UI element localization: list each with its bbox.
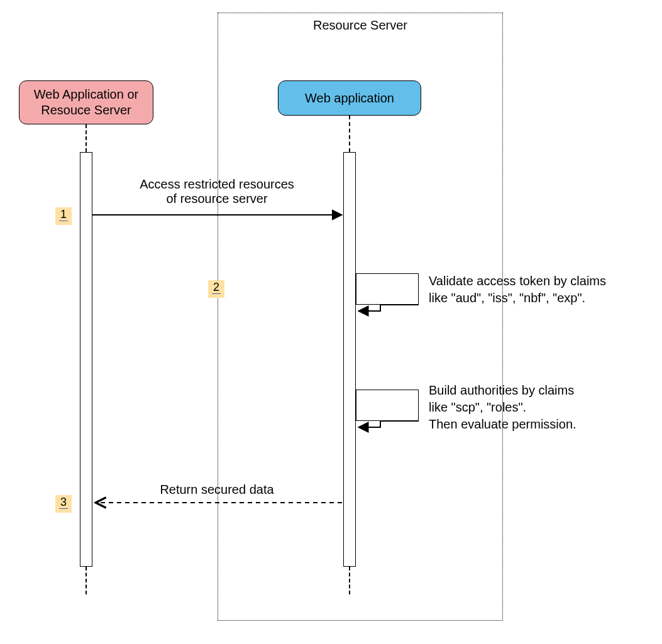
lifeline-server-bottom [349, 567, 350, 594]
actor-client-label: Web Application or Resouce Server [34, 87, 138, 118]
self-box-authorize [356, 390, 419, 421]
lifeline-server-top [349, 116, 350, 152]
step-badge-1: 1 [55, 207, 72, 225]
msg-1-label: Access restricted resources of resource … [94, 177, 339, 206]
lifeline-client-bottom [86, 567, 87, 594]
lifeline-client-top [86, 124, 87, 152]
note-validate: Validate access token by claims like "au… [429, 273, 655, 307]
step-badge-2: 2 [208, 280, 224, 298]
actor-server: Web application [278, 80, 421, 116]
frame-title: Resource Server [218, 18, 502, 33]
activation-client [80, 152, 92, 567]
step-badge-3: 3 [55, 495, 72, 513]
actor-server-label: Web application [305, 90, 394, 106]
sequence-diagram: Resource Server Web Application or Resou… [0, 0, 662, 644]
activation-server [343, 152, 356, 567]
self-box-validate [356, 273, 419, 305]
msg-3-label: Return secured data [94, 483, 339, 497]
actor-client: Web Application or Resouce Server [19, 80, 153, 124]
note-authorize: Build authorities by claims like "scp", … [429, 382, 655, 433]
